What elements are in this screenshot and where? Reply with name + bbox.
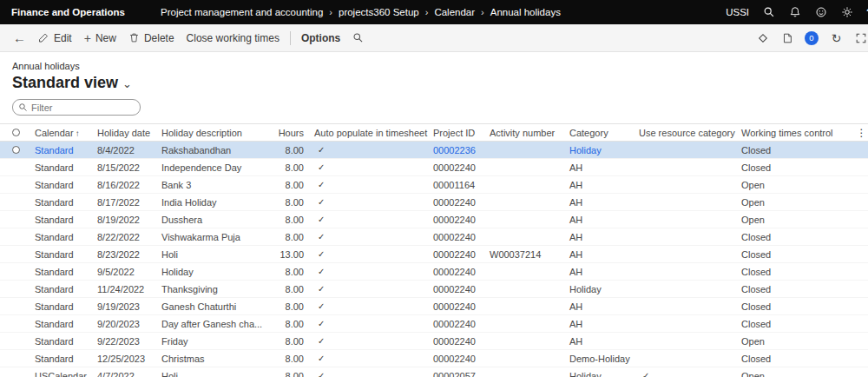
table-row[interactable]: Standard 12/25/2023 Christmas 8.00 ✓ 000…: [0, 350, 868, 367]
company-picker[interactable]: USSI: [726, 7, 749, 17]
refresh-icon[interactable]: ↻: [830, 31, 843, 44]
cell-calendar[interactable]: Standard: [31, 336, 94, 347]
delete-button[interactable]: Delete: [122, 24, 181, 51]
edit-button[interactable]: Edit: [32, 24, 78, 51]
options-button[interactable]: Options: [295, 24, 346, 51]
cell-calendar[interactable]: Standard: [31, 180, 94, 190]
table-row[interactable]: Standard 9/19/2023 Ganesh Chaturthi 8.00…: [0, 298, 868, 315]
toolbar-search-button[interactable]: [346, 24, 370, 51]
feedback-smiley-icon[interactable]: [814, 6, 827, 19]
row-select[interactable]: [0, 268, 31, 275]
select-all[interactable]: [0, 129, 31, 136]
cell-calendar[interactable]: Standard: [31, 301, 94, 312]
cell-calendar[interactable]: Standard: [31, 232, 94, 242]
breadcrumb-item[interactable]: Annual holidays: [490, 7, 561, 17]
search-icon[interactable]: [762, 6, 775, 19]
row-select[interactable]: [0, 146, 31, 154]
row-select[interactable]: [0, 354, 31, 362]
cell-project-id[interactable]: 00002240: [430, 267, 486, 277]
column-header-hours[interactable]: Hours: [269, 128, 311, 138]
table-row[interactable]: Standard 8/16/2022 Bank 3 8.00 ✓ 0000116…: [0, 176, 868, 194]
breadcrumb-item[interactable]: Calendar: [434, 7, 475, 17]
cell-calendar[interactable]: Standard: [31, 249, 94, 260]
table-row[interactable]: Standard 8/4/2022 Rakshabandhan 8.00 ✓ 0…: [0, 142, 868, 159]
cell-calendar[interactable]: Standard: [31, 284, 94, 294]
cell-project-id[interactable]: 00002240: [430, 319, 486, 329]
cell-category[interactable]: AH: [566, 301, 635, 312]
grid-options-ellipsis-icon[interactable]: ⋮: [855, 127, 868, 139]
table-row[interactable]: Standard 9/22/2023 Friday 8.00 ✓ 0000224…: [0, 333, 868, 350]
cell-project-id[interactable]: 00002240: [430, 215, 486, 225]
back-button[interactable]: ←: [7, 24, 32, 51]
close-working-times-button[interactable]: Close working times: [181, 24, 286, 51]
filter-input[interactable]: [31, 103, 135, 113]
column-header-calendar[interactable]: Calendar↑: [31, 128, 94, 138]
cell-category[interactable]: AH: [566, 215, 635, 225]
cell-calendar[interactable]: Standard: [31, 215, 94, 225]
table-row[interactable]: Standard 9/5/2022 Holiday 8.00 ✓ 0000224…: [0, 263, 868, 281]
table-row[interactable]: Standard 9/20/2023 Day after Ganesh cha.…: [0, 315, 868, 333]
cell-category[interactable]: AH: [566, 319, 635, 329]
cell-category[interactable]: AH: [566, 336, 635, 347]
row-select[interactable]: [0, 163, 31, 171]
cell-category[interactable]: Holiday: [566, 145, 635, 155]
cell-project-id[interactable]: 00002057: [430, 371, 486, 377]
cell-project-id[interactable]: 00002240: [430, 162, 486, 173]
app-title[interactable]: Finance and Operations: [0, 7, 136, 17]
new-button[interactable]: + New: [78, 24, 122, 51]
cell-calendar[interactable]: Standard: [31, 354, 94, 364]
settings-gear-icon[interactable]: [840, 6, 853, 19]
cell-category[interactable]: Holiday: [566, 371, 635, 377]
row-select[interactable]: [0, 233, 31, 241]
cell-calendar[interactable]: Standard: [31, 267, 94, 277]
cell-project-id[interactable]: 00002240: [430, 284, 486, 294]
cell-category[interactable]: AH: [566, 162, 635, 173]
notifications-bell-icon[interactable]: [788, 6, 801, 19]
cell-project-id[interactable]: 00001164: [430, 180, 486, 190]
cell-category[interactable]: Holiday: [566, 284, 635, 294]
power-apps-icon[interactable]: [756, 31, 769, 44]
select-all-radio-icon[interactable]: [12, 129, 20, 136]
column-header-project-id[interactable]: Project ID: [430, 128, 486, 138]
cell-calendar[interactable]: Standard: [31, 145, 94, 155]
row-select[interactable]: [0, 250, 31, 258]
table-row[interactable]: Standard 8/23/2022 Holi 13.00 ✓ 00002240…: [0, 246, 868, 263]
cell-calendar[interactable]: Standard: [31, 197, 94, 208]
open-in-office-icon[interactable]: [780, 31, 793, 44]
cell-category[interactable]: AH: [566, 197, 635, 208]
row-select[interactable]: [0, 285, 31, 293]
cell-project-id[interactable]: 00002240: [430, 249, 486, 260]
cell-project-id[interactable]: 00002240: [430, 336, 486, 347]
table-row[interactable]: Standard 8/22/2022 Vishwakarma Puja 8.00…: [0, 228, 868, 246]
cell-project-id[interactable]: 00002240: [430, 232, 486, 242]
row-select[interactable]: [0, 181, 31, 188]
cell-calendar[interactable]: USCalendar: [31, 371, 94, 377]
table-row[interactable]: Standard 11/24/2022 Thanksgiving 8.00 ✓ …: [0, 281, 868, 298]
row-select[interactable]: [0, 337, 31, 345]
cell-category[interactable]: AH: [566, 267, 635, 277]
cell-category[interactable]: AH: [566, 180, 635, 190]
breadcrumb-item[interactable]: Project management and accounting: [161, 7, 323, 17]
cell-project-id[interactable]: 00002240: [430, 354, 486, 364]
table-row[interactable]: Standard 8/19/2022 Dusshera 8.00 ✓ 00002…: [0, 211, 868, 228]
column-header-working-times-control[interactable]: Working times control: [738, 128, 855, 138]
column-header-category[interactable]: Category: [566, 128, 635, 138]
expand-icon[interactable]: [854, 31, 867, 44]
row-radio-icon[interactable]: [12, 146, 20, 154]
cell-project-id[interactable]: 00002240: [430, 301, 486, 312]
cell-calendar[interactable]: Standard: [31, 319, 94, 329]
cell-category[interactable]: AH: [566, 249, 635, 260]
row-select[interactable]: [0, 372, 31, 377]
table-row[interactable]: USCalendar 4/7/2022 Holi 8.00 ✓ 00002057…: [0, 367, 868, 377]
column-header-activity-number[interactable]: Activity number: [486, 128, 566, 138]
table-row[interactable]: Standard 8/15/2022 Independence Day 8.00…: [0, 159, 868, 176]
column-header-holiday-description[interactable]: Holiday description: [158, 128, 269, 138]
row-select[interactable]: [0, 215, 31, 223]
cell-project-id[interactable]: 00002240: [430, 197, 486, 208]
attachments-count-badge[interactable]: 0: [805, 31, 819, 45]
cell-calendar[interactable]: Standard: [31, 162, 94, 173]
cell-category[interactable]: Demo-Holiday: [566, 354, 635, 364]
table-row[interactable]: Standard 8/17/2022 India Holiday 8.00 ✓ …: [0, 194, 868, 211]
column-header-holiday-date[interactable]: Holiday date: [94, 128, 158, 138]
row-select[interactable]: [0, 320, 31, 327]
